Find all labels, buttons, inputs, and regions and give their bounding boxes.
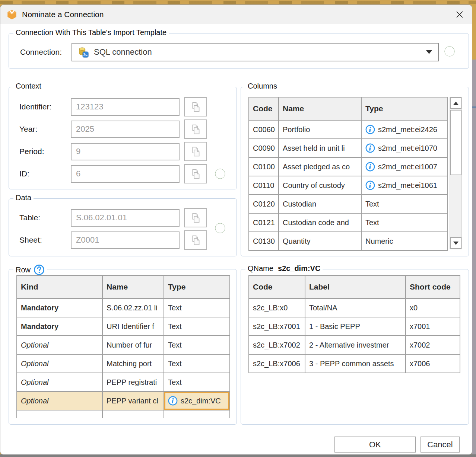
cell-type[interactable]: Numeric: [361, 232, 448, 250]
cell-short[interactable]: x7002: [406, 336, 460, 354]
cell-code[interactable]: s2c_LB:x7006: [249, 354, 305, 373]
cell-name[interactable]: Matching port: [102, 354, 164, 373]
copy-identifier-button[interactable]: [184, 97, 207, 116]
table-row[interactable]: s2c_LB:x7002 2 - Alternative investmer x…: [249, 336, 460, 354]
cell-name[interactable]: URI Identifier f: [102, 317, 164, 336]
cell-short[interactable]: x0: [406, 298, 460, 317]
cell-type[interactable]: s2md_met:ei2426: [361, 120, 448, 139]
cell-type[interactable]: Text: [164, 298, 230, 317]
close-button[interactable]: [453, 8, 467, 21]
table-row[interactable]: Optional Matching port Text: [17, 354, 230, 373]
info-icon[interactable]: [365, 180, 375, 190]
copy-table-button[interactable]: [184, 208, 207, 227]
cell-type[interactable]: Text: [164, 336, 230, 354]
cell-label[interactable]: 2 - Alternative investmer: [305, 336, 406, 354]
table-row[interactable]: Optional Number of fur Text: [17, 336, 230, 354]
table-row-partial[interactable]: [17, 410, 230, 418]
cell-code[interactable]: s2c_LB:x0: [249, 298, 305, 317]
cell-name[interactable]: Custodian code and: [279, 213, 361, 232]
cell-code[interactable]: C0130: [249, 232, 279, 250]
table-row[interactable]: C0090 Asset held in unit li s2md_met:ei1…: [249, 139, 448, 157]
table-row-partial[interactable]: C0130 Quantity Numeric: [249, 232, 448, 250]
year-field[interactable]: [71, 121, 180, 138]
info-icon[interactable]: [365, 162, 375, 172]
cancel-button[interactable]: Cancel: [421, 437, 460, 453]
cell-name[interactable]: Quantity: [279, 232, 361, 250]
qname-header-label[interactable]: Label: [305, 275, 406, 298]
table-row[interactable]: s2c_LB:x0 Total/NA x0: [249, 298, 460, 317]
cell-short[interactable]: x7006: [406, 354, 460, 373]
cell-kind[interactable]: Mandatory: [17, 317, 102, 336]
columns-header-code[interactable]: Code: [249, 97, 279, 120]
cell-name[interactable]: PEPP variant cl: [102, 392, 164, 410]
cell-type[interactable]: Text: [361, 195, 448, 213]
cell-label[interactable]: Total/NA: [305, 298, 406, 317]
qname-header-short[interactable]: Short code: [406, 275, 460, 298]
columns-header-type[interactable]: Type: [361, 97, 448, 120]
row-header-name[interactable]: Name: [102, 275, 164, 298]
cell-type-selected[interactable]: s2c_dim:VC: [164, 392, 230, 410]
cell-code[interactable]: s2c_LB:x7002: [249, 336, 305, 354]
scrollbar-thumb[interactable]: [450, 110, 461, 175]
help-icon[interactable]: [34, 264, 45, 275]
table-row[interactable]: C0110 Country of custody s2md_met:ei1061: [249, 176, 448, 195]
cell-type[interactable]: Text: [164, 354, 230, 373]
row-header-type[interactable]: Type: [164, 275, 230, 298]
copy-year-button[interactable]: [184, 119, 207, 139]
table-row[interactable]: s2c_LB:x7006 3 - PEPP common assets x700…: [249, 354, 460, 373]
identifier-field[interactable]: [71, 98, 180, 116]
cell-name[interactable]: Portfolio: [279, 120, 361, 139]
info-icon[interactable]: [168, 396, 178, 406]
row-header-kind[interactable]: Kind: [17, 275, 102, 298]
table-row[interactable]: C0120 Custodian Text: [249, 195, 448, 213]
cell-code[interactable]: C0121: [249, 213, 279, 232]
scroll-up-button[interactable]: [450, 97, 461, 109]
cell-type[interactable]: Text: [164, 317, 230, 336]
cell-name[interactable]: S.06.02.zz.01 li: [102, 298, 164, 317]
cell-name[interactable]: Country of custody: [279, 176, 361, 195]
columns-scrollbar[interactable]: [450, 97, 462, 249]
table-row[interactable]: Mandatory S.06.02.zz.01 li Text: [17, 298, 230, 317]
cell-name[interactable]: PEPP registrati: [102, 373, 164, 392]
cell-name[interactable]: Asset pledged as co: [279, 157, 361, 176]
cell-code[interactable]: C0060: [249, 120, 279, 139]
cell-short[interactable]: x7001: [406, 317, 460, 336]
cell-type[interactable]: Text: [164, 373, 230, 392]
cell-label[interactable]: 3 - PEPP common assets: [305, 354, 406, 373]
cell-type[interactable]: Text: [361, 213, 448, 232]
connection-dropdown[interactable]: SQL connection: [72, 43, 439, 61]
table-row[interactable]: Optional PEPP registrati Text: [17, 373, 230, 392]
info-icon[interactable]: [365, 143, 375, 153]
columns-header-name[interactable]: Name: [279, 97, 361, 120]
title-bar[interactable]: Nominate a Connection: [0, 5, 472, 24]
cell-code[interactable]: C0110: [249, 176, 279, 195]
cell-kind[interactable]: Optional: [17, 354, 102, 373]
table-row[interactable]: C0060 Portfolio s2md_met:ei2426: [249, 120, 448, 139]
scroll-down-button[interactable]: [450, 237, 461, 249]
cell-type[interactable]: s2md_met:ei1007: [361, 157, 448, 176]
period-field[interactable]: [71, 143, 180, 160]
cell-type[interactable]: s2md_met:ei1061: [361, 176, 448, 195]
table-row[interactable]: s2c_LB:x7001 1 - Basic PEPP x7001: [249, 317, 460, 336]
cell-kind[interactable]: Optional: [17, 373, 102, 392]
cell-name[interactable]: Custodian: [279, 195, 361, 213]
qname-header-code[interactable]: Code: [249, 275, 305, 298]
copy-period-button[interactable]: [184, 142, 207, 161]
copy-sheet-button[interactable]: [184, 230, 207, 250]
table-field[interactable]: [71, 209, 180, 227]
cell-name[interactable]: Asset held in unit li: [279, 139, 361, 157]
cell-code[interactable]: C0090: [249, 139, 279, 157]
table-row[interactable]: C0121 Custodian code and Text: [249, 213, 448, 232]
sheet-field[interactable]: [71, 231, 180, 249]
cell-label[interactable]: 1 - Basic PEPP: [305, 317, 406, 336]
cell-code[interactable]: s2c_LB:x7001: [249, 317, 305, 336]
id-field[interactable]: [71, 165, 180, 183]
table-row-selected[interactable]: Optional PEPP variant cl s2c_dim:VC: [17, 392, 230, 410]
cell-code[interactable]: C0100: [249, 157, 279, 176]
info-icon[interactable]: [365, 125, 375, 134]
cell-name[interactable]: Number of fur: [102, 336, 164, 354]
copy-id-button[interactable]: [184, 164, 207, 183]
cell-kind[interactable]: Optional: [17, 392, 102, 410]
ok-button[interactable]: OK: [334, 437, 416, 453]
cell-type[interactable]: s2md_met:ei1070: [361, 139, 448, 157]
